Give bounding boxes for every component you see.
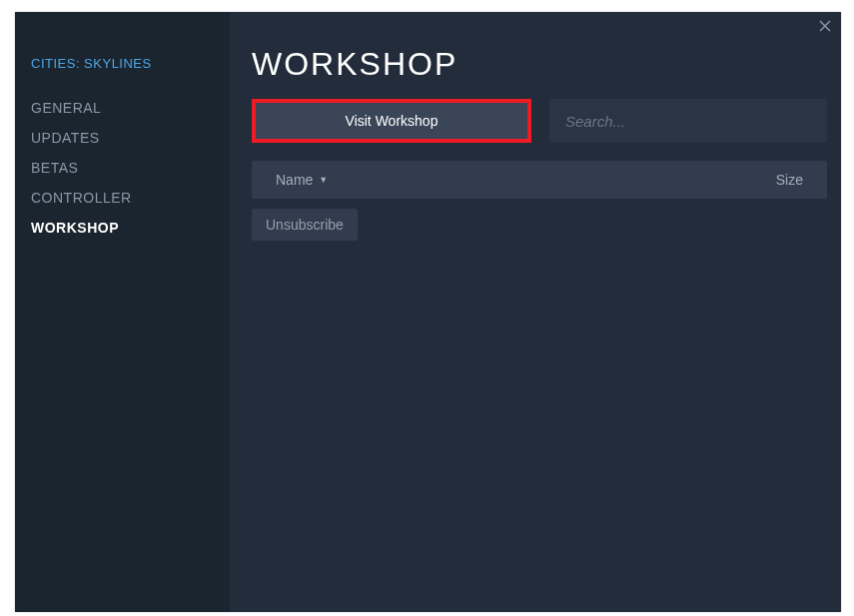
- column-size-label: Size: [776, 172, 803, 188]
- search-input[interactable]: [549, 99, 827, 143]
- column-name-label: Name: [276, 172, 313, 188]
- close-icon: [819, 20, 831, 32]
- sort-descending-icon: ▼: [319, 176, 328, 185]
- properties-window: CITIES: SKYLINES GENERAL UPDATES BETAS C…: [15, 12, 841, 612]
- unsubscribe-label: Unsubscribe: [266, 217, 344, 233]
- column-header-size[interactable]: Size: [743, 172, 803, 188]
- sidebar: CITIES: SKYLINES GENERAL UPDATES BETAS C…: [15, 12, 230, 612]
- sidebar-item-controller[interactable]: CONTROLLER: [31, 183, 230, 213]
- sidebar-item-betas[interactable]: BETAS: [31, 153, 230, 183]
- search-field-wrap: [549, 99, 827, 143]
- main-panel: WORKSHOP Visit Workshop Name ▼ Size: [230, 12, 841, 612]
- table-header: Name ▼ Size: [252, 161, 827, 199]
- column-header-name[interactable]: Name ▼: [276, 172, 743, 188]
- visit-workshop-button[interactable]: Visit Workshop: [252, 99, 531, 143]
- sidebar-item-updates[interactable]: UPDATES: [31, 123, 230, 153]
- top-row: Visit Workshop: [252, 99, 827, 143]
- game-title: CITIES: SKYLINES: [31, 56, 230, 71]
- sidebar-item-workshop[interactable]: WORKSHOP: [31, 213, 230, 243]
- visit-workshop-label: Visit Workshop: [346, 113, 438, 129]
- unsubscribe-button[interactable]: Unsubscribe: [252, 209, 358, 241]
- action-row: Unsubscribe: [252, 209, 827, 241]
- page-title: WORKSHOP: [252, 46, 827, 83]
- close-button[interactable]: [817, 18, 833, 34]
- sidebar-item-general[interactable]: GENERAL: [31, 93, 230, 123]
